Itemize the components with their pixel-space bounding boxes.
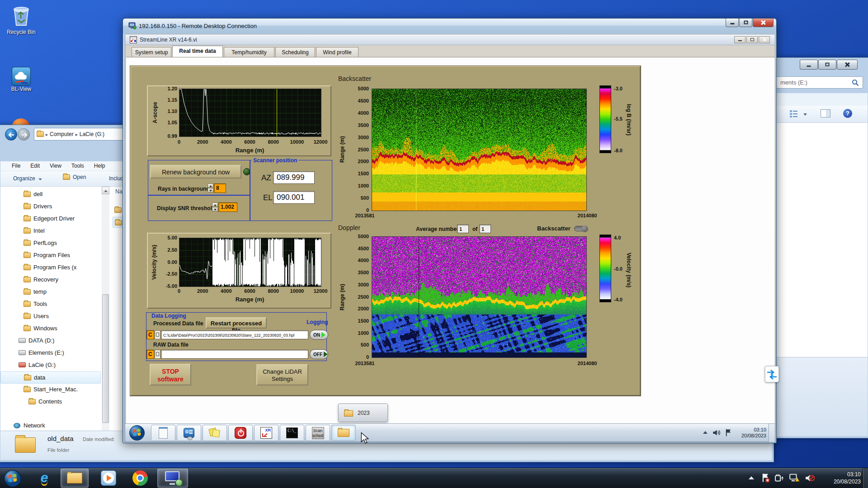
- taskbar-sticky-notes-button[interactable]: [203, 425, 227, 441]
- rays-spinner[interactable]: [208, 183, 213, 193]
- volume-icon[interactable]: [712, 428, 721, 437]
- processed-path-field[interactable]: C:\Lidar\Data\Proc\2023\202308\20230820\…: [161, 330, 308, 339]
- explorer-back-button[interactable]: [5, 128, 17, 141]
- tree-item-perflogs[interactable]: PerfLogs: [0, 237, 101, 249]
- snr-value-field[interactable]: 1.002: [218, 202, 237, 212]
- tree-item-users[interactable]: Users: [0, 310, 101, 323]
- raw-drive-letter-box[interactable]: C: [146, 350, 154, 359]
- start-button[interactable]: [4, 469, 22, 488]
- power-plug-icon[interactable]: [775, 474, 785, 483]
- taskbar-notepad-button[interactable]: [151, 425, 175, 441]
- snr-spinner[interactable]: [212, 202, 218, 212]
- raw-logging-off-button[interactable]: OFF: [310, 349, 328, 359]
- tree-item-program-files-x[interactable]: Program Files (x: [0, 262, 101, 274]
- maximize-button[interactable]: [818, 60, 836, 70]
- breadcrumb-lacie[interactable]: LaCie (G:): [80, 131, 104, 137]
- stop-software-button[interactable]: STOP software: [150, 364, 191, 385]
- average-total-field[interactable]: 1: [479, 225, 491, 233]
- taskbar-explorer-button[interactable]: [331, 425, 356, 441]
- tree-scrollbar[interactable]: [102, 187, 109, 442]
- taskbar-control-panel-button[interactable]: [177, 425, 201, 441]
- menu-item-view[interactable]: View: [45, 161, 66, 170]
- show-hidden-icons-button[interactable]: [703, 431, 708, 434]
- tree-item-dell[interactable]: dell: [0, 188, 101, 201]
- bl-view-shortcut[interactable]: BL-View: [6, 67, 36, 92]
- close-button[interactable]: [837, 60, 858, 70]
- teamviewer-panel-tab[interactable]: [765, 366, 779, 382]
- tab-system-setup[interactable]: System setup: [132, 47, 171, 57]
- tree-item-windows[interactable]: Windows: [0, 323, 101, 335]
- preview-pane-icon[interactable]: [821, 109, 830, 117]
- tab-real-time-data[interactable]: Real time data: [172, 46, 223, 57]
- organize-button[interactable]: Organize: [13, 175, 42, 182]
- include-button[interactable]: Includ: [109, 175, 123, 182]
- rays-value-field[interactable]: 8: [214, 183, 226, 193]
- raw-path-field[interactable]: [161, 350, 308, 359]
- tree-item-recovery[interactable]: Recovery: [0, 274, 101, 286]
- app-close-button[interactable]: [759, 36, 770, 43]
- processed-logging-on-button[interactable]: ON: [310, 330, 328, 340]
- show-hidden-icons-button[interactable]: [749, 476, 754, 479]
- taskbar-command-prompt-button[interactable]: C:\_: [280, 425, 304, 441]
- taskbar-wmp-button[interactable]: [97, 469, 120, 488]
- menu-item-edit[interactable]: Edit: [25, 161, 45, 170]
- app-restore-button[interactable]: [746, 36, 758, 43]
- recycle-bin-shortcut[interactable]: Recycle Bin: [6, 3, 36, 35]
- host-clock[interactable]: 03:10 20/08/2023: [819, 471, 861, 485]
- raw-path-browse-icon[interactable]: [155, 350, 160, 359]
- tree-item-start-here-mac-[interactable]: Start_Here_Mac.: [0, 384, 101, 396]
- breadcrumb-computer[interactable]: Computer: [50, 131, 74, 137]
- tree-item-temp[interactable]: temp: [0, 286, 101, 298]
- tree-item-data[interactable]: data: [0, 371, 101, 384]
- tree-item-lacie-g-[interactable]: LaCie (G:): [0, 359, 101, 371]
- change-lidar-settings-button[interactable]: Change LiDAR Settings: [256, 364, 308, 385]
- taskbar-scan-scheduler-button[interactable]: Scansched: [306, 425, 330, 441]
- restart-processed-file-button[interactable]: Restart processed file: [206, 317, 267, 328]
- el-value-field[interactable]: 090.001: [273, 191, 315, 204]
- action-center-flag-icon[interactable]: [725, 428, 732, 437]
- remote-show-desktop-button[interactable]: [769, 424, 775, 442]
- taskbar-explorer-button-host[interactable]: [61, 469, 89, 488]
- search-box[interactable]: ments (E:): [776, 76, 863, 89]
- remote-start-button[interactable]: [129, 425, 145, 443]
- action-center-icon[interactable]: [761, 473, 770, 483]
- tab-wind-profile[interactable]: Wind profile: [316, 47, 359, 57]
- app-titlebar[interactable]: StreamLine XR v14-6.vi: [125, 34, 775, 45]
- rdp-maximize-button[interactable]: [739, 19, 752, 27]
- renew-background-button[interactable]: Renew background now: [150, 165, 241, 178]
- taskbar-xr-software-button[interactable]: XR: [254, 425, 278, 441]
- minimize-button[interactable]: [800, 60, 818, 70]
- taskbar-shutdown-button[interactable]: [228, 425, 253, 441]
- tab-temp-humidity[interactable]: Temp/humidity: [224, 47, 274, 57]
- taskbar-preview-2023[interactable]: 2023: [338, 404, 388, 422]
- tree-item-edgeport-driver[interactable]: Edgeport Driver: [0, 213, 101, 225]
- tree-item-intel[interactable]: Intel: [0, 225, 101, 237]
- volume-muted-icon[interactable]: [805, 473, 815, 483]
- show-desktop-button[interactable]: [863, 468, 868, 488]
- address-bar[interactable]: ▸ Computer ▸ LaCie (G:): [34, 128, 124, 141]
- az-value-field[interactable]: 089.999: [273, 171, 315, 184]
- scrollbar-thumb[interactable]: [102, 294, 109, 423]
- tab-scheduling[interactable]: Scheduling: [275, 47, 315, 57]
- drive-letter-box[interactable]: C: [146, 330, 154, 339]
- average-value-field[interactable]: 1: [457, 225, 469, 233]
- network-warning-icon[interactable]: [789, 473, 800, 483]
- tree-item-program-files[interactable]: Program Files: [0, 249, 101, 262]
- tree-item-drivers[interactable]: Drivers: [0, 201, 101, 213]
- help-icon[interactable]: ?: [843, 109, 852, 118]
- app-minimize-button[interactable]: [734, 36, 745, 43]
- menu-item-help[interactable]: Help: [89, 161, 110, 170]
- tree-item-contents[interactable]: Contents: [0, 396, 101, 408]
- backscatter-toggle[interactable]: [574, 226, 588, 231]
- taskbar-rdp-button[interactable]: [157, 469, 188, 488]
- tree-item-network[interactable]: Network: [0, 420, 101, 432]
- rdp-titlebar[interactable]: 192.168.0.150 - Remote Desktop Connectio…: [123, 19, 776, 33]
- tree-item-tools[interactable]: Tools: [0, 298, 101, 310]
- rdp-close-button[interactable]: [753, 19, 774, 27]
- explorer-forward-button[interactable]: [18, 128, 30, 141]
- remote-clock[interactable]: 03:10 20/08/2023: [736, 427, 766, 439]
- rdp-minimize-button[interactable]: [726, 19, 739, 27]
- menu-item-tools[interactable]: Tools: [66, 161, 89, 170]
- view-dropdown-icon[interactable]: [803, 113, 807, 116]
- change-view-icon[interactable]: [790, 110, 798, 117]
